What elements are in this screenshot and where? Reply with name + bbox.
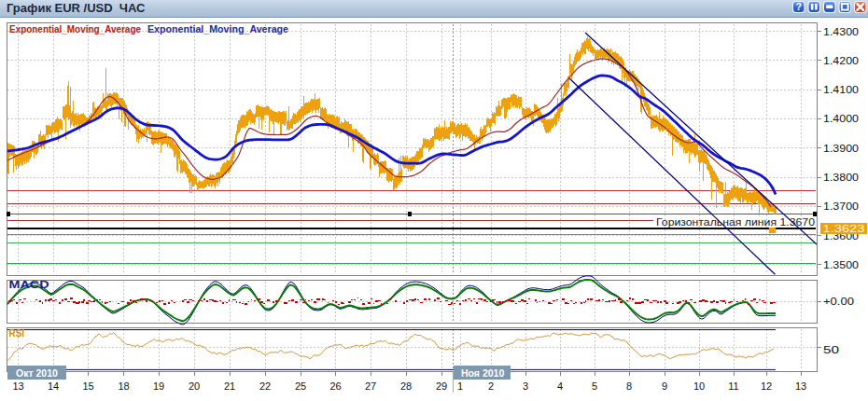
svg-text:2: 2 [488, 380, 494, 392]
svg-text:1.4000: 1.4000 [823, 113, 859, 124]
svg-text:29: 29 [436, 380, 447, 392]
svg-text:1.3800: 1.3800 [823, 172, 859, 183]
svg-text:27: 27 [365, 380, 376, 392]
svg-text:Горизонтальная линия 1.3670: Горизонтальная линия 1.3670 [656, 216, 815, 228]
svg-text:10: 10 [693, 380, 705, 392]
svg-text:1.3700: 1.3700 [823, 200, 859, 212]
svg-text:MACD: MACD [9, 279, 49, 290]
svg-text:1.3623: 1.3623 [823, 223, 865, 234]
svg-text:4: 4 [557, 380, 563, 392]
svg-text:1.3500: 1.3500 [823, 259, 859, 270]
svg-text:RSI: RSI [9, 327, 25, 339]
svg-text:Окт 2010: Окт 2010 [16, 367, 58, 379]
svg-text:21: 21 [224, 380, 235, 392]
svg-text:11: 11 [728, 380, 738, 392]
svg-text:1.4300: 1.4300 [823, 26, 859, 37]
svg-text:1.3900: 1.3900 [823, 143, 859, 154]
svg-text:График EUR /USD ЧАС: График EUR /USD ЧАС [7, 1, 146, 15]
svg-text:18: 18 [118, 380, 129, 392]
svg-text:13: 13 [795, 380, 806, 392]
svg-text:1: 1 [457, 380, 463, 392]
svg-text:Exponential_Moving_Average: Exponential_Moving_Average [9, 23, 141, 35]
svg-text:+0.00: +0.00 [823, 296, 854, 307]
svg-text:Ноя 2010: Ноя 2010 [461, 367, 504, 379]
svg-text:22: 22 [259, 380, 271, 392]
svg-text:19: 19 [153, 380, 164, 392]
svg-text:13: 13 [12, 380, 23, 392]
svg-text:?: ? [796, 1, 802, 12]
svg-text:Exponential_Moving_Average: Exponential_Moving_Average [147, 23, 288, 35]
svg-text:50: 50 [823, 344, 839, 355]
svg-text:3: 3 [523, 380, 528, 392]
svg-text:1.4100: 1.4100 [823, 84, 859, 95]
svg-text:14: 14 [48, 380, 59, 392]
svg-text:5: 5 [592, 380, 597, 392]
svg-text:9: 9 [662, 380, 667, 392]
svg-text:1.4200: 1.4200 [823, 55, 859, 66]
svg-text:15: 15 [82, 380, 93, 392]
svg-text:8: 8 [626, 380, 632, 392]
svg-text:25: 25 [295, 380, 306, 392]
svg-text:12: 12 [761, 380, 772, 392]
svg-text:28: 28 [400, 380, 412, 392]
svg-text:20: 20 [189, 380, 200, 392]
svg-text:26: 26 [329, 380, 341, 392]
